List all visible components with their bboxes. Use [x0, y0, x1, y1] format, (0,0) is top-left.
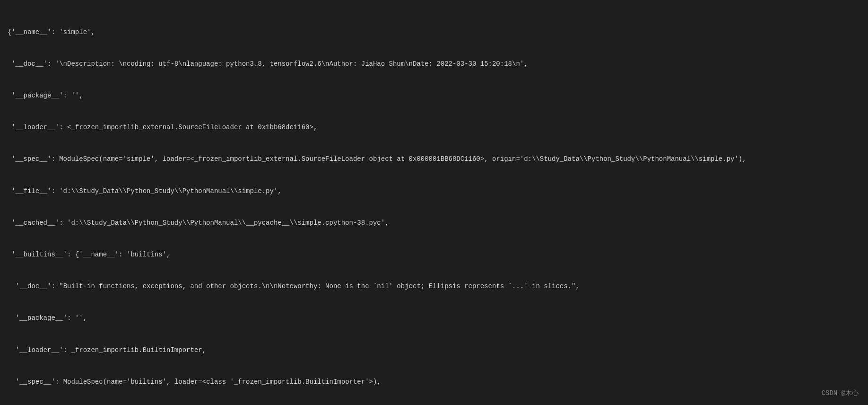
- code-line-7: '__cached__': 'd:\\Study_Data\\Python_St…: [8, 218, 860, 228]
- code-line-3: '__package__': '',: [8, 90, 860, 101]
- code-line-5: '__spec__': ModuleSpec(name='simple', lo…: [8, 154, 860, 164]
- code-line-6: '__file__': 'd:\\Study_Data\\Python_Stud…: [8, 186, 860, 196]
- code-line-8: '__builtins__': {'__name__': 'builtins',: [8, 249, 860, 260]
- terminal-output: {'__name__': 'simple', '__doc__': '\nDes…: [0, 0, 868, 405]
- code-line-4: '__loader__': <_frozen_importlib_externa…: [8, 122, 860, 132]
- code-line-11: '__loader__': _frozen_importlib.BuiltinI…: [8, 345, 860, 355]
- code-line-10: '__package__': '',: [8, 313, 860, 323]
- code-line-9: '__doc__': "Built-in functions, exceptio…: [8, 281, 860, 291]
- code-line-2: '__doc__': '\nDescription: \ncoding: utf…: [8, 59, 860, 69]
- code-line-1: {'__name__': 'simple',: [8, 27, 860, 37]
- code-line-12: '__spec__': ModuleSpec(name='builtins', …: [8, 377, 860, 387]
- watermark-text: CSDN @木心: [822, 389, 859, 397]
